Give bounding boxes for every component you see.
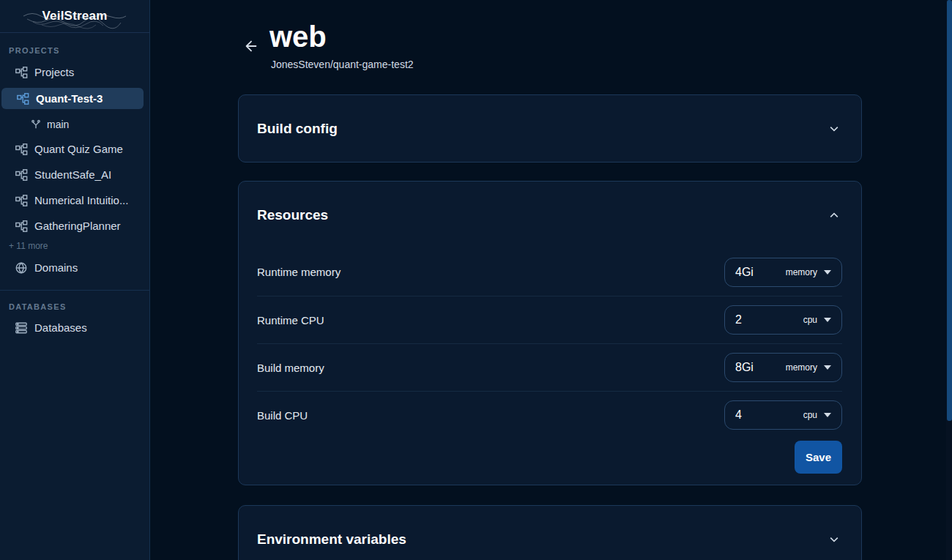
database-icon — [15, 321, 28, 335]
save-row: Save — [257, 441, 842, 474]
sidebar-item-domains[interactable]: Domains — [0, 257, 150, 278]
sidebar-item-projects[interactable]: Projects — [0, 61, 150, 83]
select-value: 4Gi — [735, 266, 754, 279]
globe-icon — [15, 261, 28, 275]
sidebar-divider — [0, 290, 150, 291]
sidebar-item-label: Domains — [34, 261, 78, 274]
back-button[interactable] — [242, 37, 261, 56]
select-value: 4 — [735, 408, 742, 422]
sitemap-icon — [15, 143, 28, 156]
sitemap-icon — [15, 168, 28, 182]
sidebar: VeilStream PROJECTS Projects Quant-Test-… — [0, 0, 150, 560]
caret-down-icon — [824, 413, 831, 417]
environment-variables-header[interactable]: Environment variables — [239, 506, 861, 560]
panel-title: Build config — [257, 121, 338, 137]
caret-down-icon — [824, 318, 831, 322]
environment-variables-panel: Environment variables — [238, 505, 862, 560]
resource-label: Build CPU — [257, 409, 308, 422]
resource-label: Runtime CPU — [257, 314, 324, 326]
build-config-header[interactable]: Build config — [239, 95, 861, 162]
page-title: web — [269, 20, 327, 53]
chevron-up-icon — [828, 209, 840, 221]
resources-rows: Runtime memory 4Gi memory Runtime CPU 2 … — [257, 248, 842, 438]
sitemap-icon — [15, 220, 28, 233]
build-cpu-select[interactable]: 4 cpu — [724, 400, 842, 430]
resource-row-runtime-memory: Runtime memory 4Gi memory — [257, 248, 842, 296]
chevron-down-icon — [828, 123, 840, 135]
sidebar-item-label: GatheringPlanner — [34, 220, 121, 232]
sidebar-item-quant-quiz-game[interactable]: Quant Quiz Game — [0, 138, 150, 160]
sidebar-item-gatheringplanner[interactable]: GatheringPlanner — [0, 215, 150, 236]
sidebar-item-label: main — [47, 119, 69, 130]
vertical-scrollbar-track[interactable] — [946, 0, 952, 560]
sidebar-item-label: Databases — [34, 321, 87, 334]
runtime-cpu-select[interactable]: 2 cpu — [724, 305, 842, 335]
main-content: web JonesSteven/quant-game-test2 Build c… — [150, 0, 952, 560]
runtime-memory-select[interactable]: 4Gi memory — [724, 258, 842, 287]
caret-down-icon — [824, 365, 831, 370]
chevron-down-icon — [828, 534, 840, 545]
vertical-scrollbar-thumb[interactable] — [947, 0, 952, 421]
sitemap-icon — [16, 92, 29, 105]
resources-header[interactable]: Resources — [239, 182, 861, 248]
select-unit-label: cpu — [803, 410, 817, 420]
logo[interactable]: VeilStream — [0, 0, 149, 33]
select-unit-label: memory — [786, 362, 817, 373]
sidebar-item-main-branch[interactable]: main — [0, 113, 150, 135]
sidebar-item-label: Quant Quiz Game — [34, 143, 123, 155]
resource-label: Build memory — [257, 362, 324, 374]
resource-row-runtime-cpu: Runtime CPU 2 cpu — [257, 296, 842, 343]
sidebar-item-label: Projects — [34, 66, 74, 78]
select-value: 2 — [735, 313, 742, 326]
select-unit-label: cpu — [803, 315, 817, 325]
sidebar-item-numerical-intuition[interactable]: Numerical Intuitio... — [0, 190, 150, 211]
build-memory-select[interactable]: 8Gi memory — [724, 353, 842, 382]
sidebar-item-label: Quant-Test-3 — [36, 92, 103, 105]
git-branch-icon — [31, 119, 41, 130]
show-more-projects-link[interactable]: + 11 more — [9, 241, 48, 251]
sidebar-item-databases[interactable]: Databases — [0, 317, 150, 338]
panel-title: Environment variables — [257, 531, 406, 548]
resource-row-build-cpu: Build CPU 4 cpu — [257, 391, 842, 438]
sidebar-item-studentsafe-ai[interactable]: StudentSafe_AI — [0, 164, 150, 185]
select-value: 8Gi — [735, 361, 754, 374]
sitemap-icon — [15, 194, 28, 207]
projects-section-label: PROJECTS — [9, 46, 60, 55]
resource-label: Runtime memory — [257, 266, 341, 278]
repo-breadcrumb: JonesSteven/quant-game-test2 — [271, 59, 414, 70]
sitemap-icon — [15, 66, 28, 79]
sidebar-item-label: StudentSafe_AI — [34, 168, 111, 181]
resources-panel: Resources Runtime memory 4Gi memory Runt… — [238, 181, 862, 485]
arrow-left-icon — [243, 38, 259, 54]
caret-down-icon — [824, 270, 831, 275]
build-config-panel: Build config — [238, 94, 862, 163]
select-unit-label: memory — [786, 267, 817, 277]
databases-section-label: DATABASES — [9, 302, 67, 311]
brand-name: VeilStream — [42, 9, 108, 23]
save-button[interactable]: Save — [795, 441, 842, 474]
sidebar-item-quant-test-3[interactable]: Quant-Test-3 — [1, 88, 144, 109]
resource-row-build-memory: Build memory 8Gi memory — [257, 343, 842, 391]
panel-title: Resources — [257, 207, 328, 223]
sidebar-item-label: Numerical Intuitio... — [34, 194, 128, 206]
